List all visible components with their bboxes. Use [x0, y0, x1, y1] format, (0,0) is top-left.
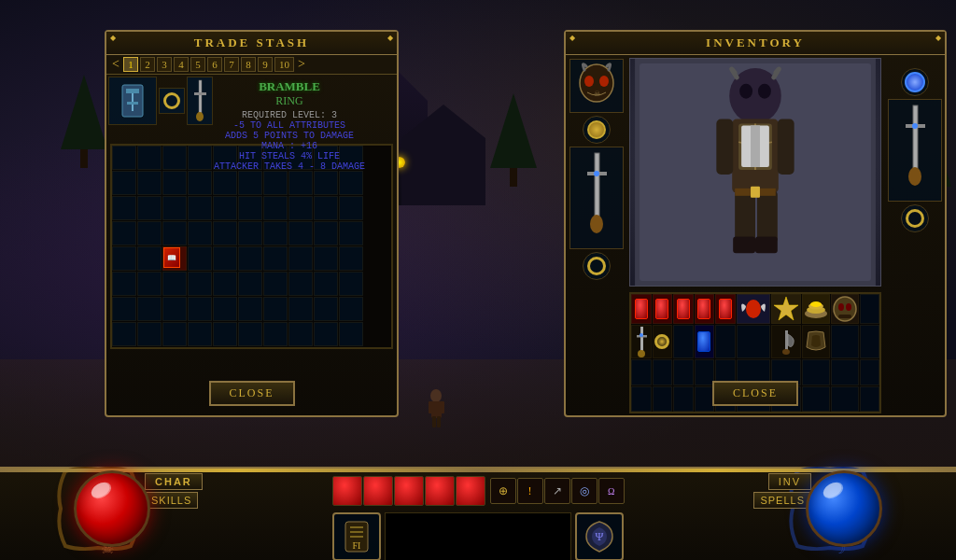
- grid-cell[interactable]: [238, 272, 262, 296]
- grid-cell[interactable]: [112, 246, 136, 271]
- tab-10[interactable]: 10: [274, 57, 294, 72]
- grid-cell[interactable]: [213, 171, 237, 195]
- tab-1[interactable]: 1: [123, 57, 138, 72]
- inv-grid-cell[interactable]: [860, 294, 880, 324]
- inv-grid-cell[interactable]: [737, 325, 770, 358]
- inv-grid-cell-potion-blue[interactable]: [695, 325, 715, 358]
- left-active-skill[interactable]: FI: [332, 512, 381, 560]
- grid-cell[interactable]: [314, 246, 338, 271]
- inv-grid-cell[interactable]: [631, 386, 652, 413]
- grid-cell[interactable]: [112, 171, 136, 195]
- inv-grid-cell[interactable]: [653, 359, 673, 385]
- stash-item-slot-amulet[interactable]: [108, 77, 157, 125]
- stash-item-slot-ring[interactable]: [159, 88, 185, 114]
- inv-grid-cell[interactable]: [715, 294, 736, 324]
- grid-cell[interactable]: [288, 171, 313, 195]
- belt-slot-2[interactable]: [363, 476, 393, 506]
- inv-grid-cell[interactable]: [715, 325, 736, 358]
- grid-cell[interactable]: [263, 322, 288, 346]
- grid-cell[interactable]: [339, 221, 363, 245]
- tab-9[interactable]: 9: [258, 57, 273, 72]
- grid-cell[interactable]: [263, 297, 288, 321]
- tab-8[interactable]: 8: [241, 57, 256, 72]
- grid-cell[interactable]: [112, 297, 136, 321]
- inventory-close-button[interactable]: CLOSE: [712, 381, 798, 406]
- inv-grid-cell-wings[interactable]: [737, 294, 770, 324]
- grid-cell[interactable]: [263, 196, 288, 220]
- stash-grid[interactable]: 📖: [110, 144, 393, 349]
- grid-cell[interactable]: [112, 196, 136, 220]
- grid-cell[interactable]: [288, 297, 313, 321]
- grid-cell[interactable]: [213, 272, 237, 296]
- tab-prev-arrow[interactable]: <: [110, 57, 121, 72]
- grid-cell[interactable]: [238, 221, 262, 245]
- grid-cell[interactable]: [112, 272, 136, 296]
- weapon-right-slot[interactable]: [888, 99, 942, 202]
- skill-icon-2[interactable]: !: [517, 478, 543, 504]
- skill-icon-1[interactable]: ⊕: [490, 478, 516, 504]
- grid-cell[interactable]: [339, 322, 363, 346]
- grid-cell[interactable]: [137, 221, 162, 245]
- inv-grid-cell-helm[interactable]: [831, 294, 859, 324]
- inv-grid-cell[interactable]: [831, 325, 859, 358]
- tab-5[interactable]: 5: [190, 57, 205, 72]
- grid-cell[interactable]: [314, 196, 338, 220]
- grid-cell[interactable]: [137, 272, 162, 296]
- grid-cell[interactable]: [137, 146, 162, 170]
- spells-button[interactable]: SPELLS: [753, 492, 811, 509]
- inv-grid-cell-armor[interactable]: [802, 325, 830, 358]
- grid-cell[interactable]: [339, 196, 363, 220]
- skill-icon-5[interactable]: Ω: [598, 478, 625, 504]
- grid-cell[interactable]: [288, 196, 313, 220]
- grid-cell[interactable]: [112, 322, 136, 346]
- helmet-slot[interactable]: ☠: [569, 59, 624, 113]
- grid-cell[interactable]: [263, 171, 288, 195]
- inv-grid-cell-gold[interactable]: [802, 294, 830, 324]
- inv-grid-cell[interactable]: [653, 386, 673, 413]
- grid-cell[interactable]: [213, 297, 237, 321]
- grid-cell[interactable]: [162, 297, 187, 321]
- grid-cell[interactable]: [213, 246, 237, 271]
- grid-cell[interactable]: [137, 297, 162, 321]
- grid-cell-book[interactable]: 📖: [162, 246, 187, 271]
- grid-cell[interactable]: [112, 221, 136, 245]
- grid-cell[interactable]: [213, 322, 237, 346]
- grid-cell[interactable]: [188, 171, 212, 195]
- inv-grid-cell[interactable]: [831, 359, 859, 385]
- ring-right-slot-top[interactable]: [901, 68, 929, 96]
- weapon-left-slot[interactable]: [569, 147, 624, 249]
- grid-cell[interactable]: [188, 146, 212, 170]
- inv-grid-cell-ring[interactable]: [653, 325, 673, 358]
- grid-cell[interactable]: [188, 246, 212, 271]
- grid-cell[interactable]: [162, 171, 187, 195]
- inv-grid-cell[interactable]: [653, 294, 673, 324]
- grid-cell[interactable]: [314, 297, 338, 321]
- grid-cell[interactable]: [188, 272, 212, 296]
- inv-grid-cell[interactable]: [860, 386, 880, 413]
- tab-3[interactable]: 3: [157, 57, 172, 72]
- inv-grid-cell[interactable]: [631, 359, 652, 385]
- stash-item-slot-sword[interactable]: [187, 77, 213, 125]
- right-active-skill[interactable]: Ψ: [575, 512, 624, 560]
- belt-slot-1[interactable]: [332, 476, 362, 506]
- inv-grid-cell[interactable]: [695, 359, 715, 385]
- skill-icon-4[interactable]: ◎: [571, 478, 598, 504]
- grid-cell[interactable]: [314, 171, 338, 195]
- inv-grid-cell[interactable]: [695, 294, 715, 324]
- amulet-slot[interactable]: [583, 116, 611, 144]
- grid-cell[interactable]: [162, 272, 187, 296]
- grid-cell[interactable]: [238, 246, 262, 271]
- grid-cell[interactable]: [162, 322, 187, 346]
- inv-grid-cell[interactable]: [673, 359, 694, 385]
- inv-grid-cell[interactable]: [673, 325, 694, 358]
- trade-stash-close-button[interactable]: CLOSE: [208, 381, 294, 406]
- grid-cell[interactable]: [339, 246, 363, 271]
- tab-2[interactable]: 2: [140, 57, 155, 72]
- grid-cell[interactable]: [238, 297, 262, 321]
- char-button[interactable]: CHAR: [145, 473, 203, 490]
- ring-right-slot[interactable]: [901, 204, 929, 232]
- inv-grid-cell[interactable]: [802, 386, 830, 413]
- grid-cell[interactable]: [162, 221, 187, 245]
- grid-cell[interactable]: [263, 272, 288, 296]
- grid-cell[interactable]: [137, 196, 162, 220]
